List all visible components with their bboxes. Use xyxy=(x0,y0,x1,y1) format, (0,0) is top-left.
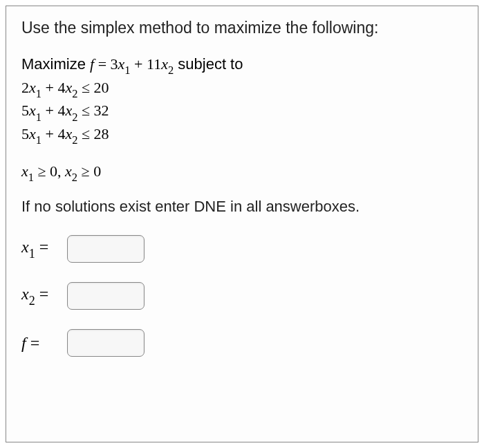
objective-x2-var: x xyxy=(161,55,168,73)
hint-text: If no solutions exist enter DNE in all a… xyxy=(21,198,463,216)
answer-row-f: f = xyxy=(21,329,463,357)
objective-suffix: subject to xyxy=(174,55,243,73)
objective-eq: = 3 xyxy=(94,55,118,73)
answer-input-f[interactable] xyxy=(67,329,145,357)
answer-label-f: f = xyxy=(21,334,63,353)
answer-label-x2: x2 = xyxy=(21,285,63,307)
constraint-2: 5x1 + 4x2 ≤ 32 xyxy=(21,100,463,124)
objective-x2-sub: 2 xyxy=(168,64,174,77)
problem-statement: Maximize f = 3x1 + 11x2 subject to 2x1 +… xyxy=(21,54,463,147)
answer-input-x2[interactable] xyxy=(67,282,145,310)
nonnegativity: x1 ≥ 0, x2 ≥ 0 xyxy=(21,161,463,185)
problem-card: Use the simplex method to maximize the f… xyxy=(6,6,478,442)
answer-row-x1: x1 = xyxy=(21,235,463,263)
constraint-3: 5x1 + 4x2 ≤ 28 xyxy=(21,124,463,147)
objective-prefix: Maximize xyxy=(21,55,90,73)
objective-x1-var: x xyxy=(118,55,125,73)
objective-plus: + 11 xyxy=(131,55,162,73)
answer-input-x1[interactable] xyxy=(67,235,145,263)
answer-row-x2: x2 = xyxy=(21,282,463,310)
constraint-1: 2x1 + 4x2 ≤ 20 xyxy=(21,77,463,101)
objective-x1-sub: 1 xyxy=(124,64,130,77)
answer-label-x1: x1 = xyxy=(21,238,63,260)
instruction-text: Use the simplex method to maximize the f… xyxy=(21,19,463,37)
objective-line: Maximize f = 3x1 + 11x2 subject to xyxy=(21,54,463,77)
